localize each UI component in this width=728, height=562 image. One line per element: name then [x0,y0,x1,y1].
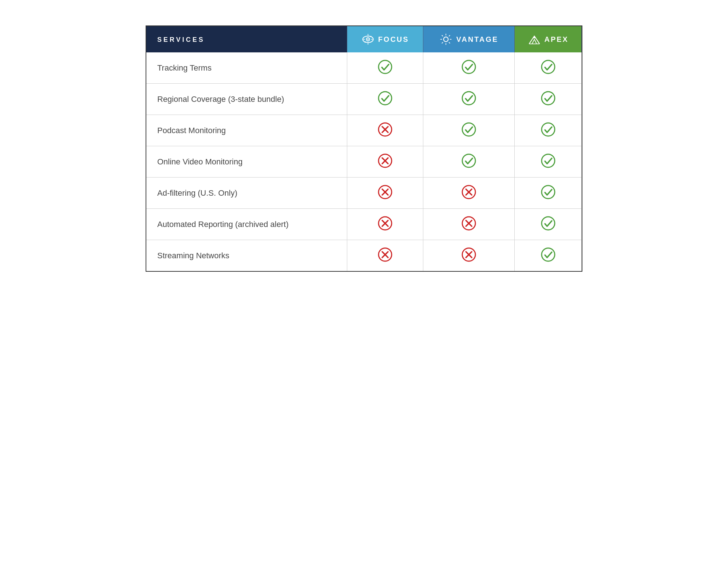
service-name: Regional Coverage (3-state bundle) [146,84,347,115]
vantage-cell [423,84,515,115]
table-row: Tracking Terms [146,52,582,84]
apex-cell [515,178,582,209]
svg-point-33 [462,154,475,167]
cross-icon [461,247,477,263]
vantage-label: VANTAGE [456,35,498,44]
check-icon [461,121,477,137]
service-name: Streaming Networks [146,240,347,271]
svg-point-29 [542,123,555,136]
table-row: Online Video Monitoring [146,146,582,178]
vantage-cell [423,146,515,178]
svg-point-19 [379,60,392,73]
check-icon [540,90,556,106]
svg-point-23 [462,92,475,105]
svg-point-28 [462,123,475,136]
focus-cell [347,240,423,271]
comparison-table: SERVICES [146,25,582,272]
check-icon [540,247,556,263]
focus-header: FOCUS [347,26,423,52]
apex-cell [515,240,582,271]
svg-point-9 [444,37,448,42]
table-row: Ad-filtering (U.S. Only) [146,178,582,209]
apex-cell [515,146,582,178]
svg-point-34 [542,154,555,167]
svg-point-20 [462,60,475,73]
check-icon [461,90,477,106]
svg-point-41 [542,186,555,199]
table-row: Automated Reporting (archived alert) [146,209,582,240]
vantage-cell [423,209,515,240]
service-name: Online Video Monitoring [146,146,347,178]
apex-icon [528,33,541,46]
check-icon [540,121,556,137]
focus-icon [361,33,375,46]
check-icon [540,184,556,200]
check-icon [377,59,393,75]
table-row: Regional Coverage (3-state bundle) [146,84,582,115]
svg-point-55 [542,248,555,261]
check-icon [540,153,556,169]
svg-point-24 [542,92,555,105]
service-name: Podcast Monitoring [146,115,347,146]
check-icon [461,59,477,75]
table-row: Podcast Monitoring [146,115,582,146]
vantage-icon [439,33,452,46]
svg-line-16 [449,35,450,36]
svg-point-21 [542,60,555,73]
vantage-cell [423,52,515,84]
focus-cell [347,209,423,240]
vantage-cell [423,178,515,209]
apex-cell [515,115,582,146]
apex-cell [515,209,582,240]
vantage-header: VANTAGE [423,26,515,52]
focus-cell [347,84,423,115]
cross-icon [461,215,477,231]
check-icon [461,153,477,169]
svg-point-22 [379,92,392,105]
cross-icon [377,247,393,263]
service-name: Ad-filtering (U.S. Only) [146,178,347,209]
service-name: Automated Reporting (archived alert) [146,209,347,240]
svg-line-17 [442,42,443,43]
services-label: SERVICES [157,36,205,43]
vantage-cell [423,115,515,146]
check-icon [377,90,393,106]
service-name: Tracking Terms [146,52,347,84]
cross-icon [377,121,393,137]
cross-icon [377,215,393,231]
focus-label: FOCUS [378,35,409,44]
vantage-cell [423,240,515,271]
focus-cell [347,115,423,146]
cross-icon [377,184,393,200]
focus-cell [347,178,423,209]
check-icon [540,59,556,75]
focus-cell [347,52,423,84]
apex-cell [515,52,582,84]
services-header: SERVICES [146,26,347,52]
apex-header: APEX [515,26,582,52]
apex-cell [515,84,582,115]
svg-point-48 [542,217,555,230]
svg-line-14 [442,35,443,36]
focus-cell [347,146,423,178]
svg-line-15 [449,42,450,43]
cross-icon [377,153,393,169]
apex-label: APEX [545,35,569,44]
check-icon [540,215,556,231]
svg-point-2 [367,39,369,40]
cross-icon [461,184,477,200]
table-row: Streaming Networks [146,240,582,271]
